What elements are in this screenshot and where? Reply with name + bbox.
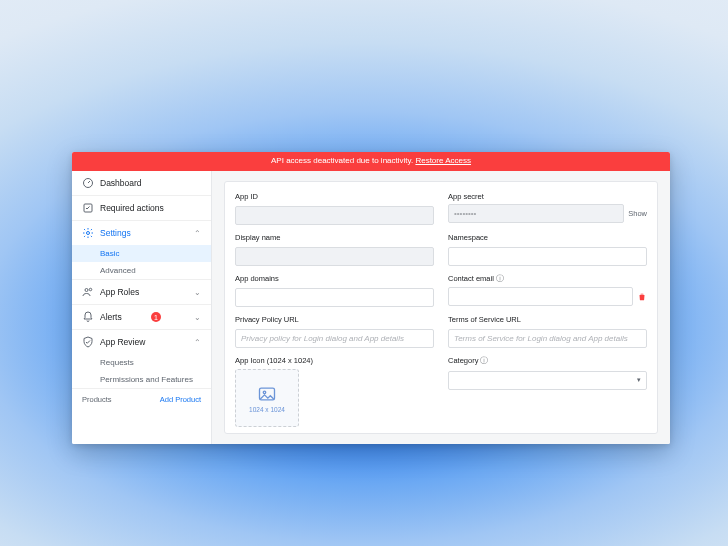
dashboard-icon xyxy=(82,177,94,189)
desktop-background: API access deactivated due to inactivity… xyxy=(0,0,728,546)
app-domains-input[interactable] xyxy=(235,288,434,307)
nav-required-actions[interactable]: Required actions xyxy=(72,196,211,220)
nav-app-review[interactable]: App Review ⌃ xyxy=(72,330,211,354)
display-name-input[interactable] xyxy=(235,247,434,266)
category-label: Categoryⓘ xyxy=(448,356,647,366)
alerts-badge: 1 xyxy=(151,312,161,322)
nav-app-roles[interactable]: App Roles ⌄ xyxy=(72,280,211,304)
app-id-input xyxy=(235,206,434,225)
field-category: Categoryⓘ ▾ xyxy=(448,356,647,427)
chevron-up-icon: ⌃ xyxy=(194,338,201,347)
app-window: API access deactivated due to inactivity… xyxy=(72,152,670,444)
products-row: Products Add Product xyxy=(72,389,211,410)
svg-point-6 xyxy=(263,391,266,394)
restore-access-link[interactable]: Restore Access xyxy=(415,156,471,165)
show-secret-button[interactable]: Show xyxy=(628,209,647,218)
field-display-name: Display name xyxy=(235,233,434,266)
nav-label: Required actions xyxy=(100,203,164,213)
chevron-up-icon: ⌃ xyxy=(194,229,201,238)
svg-point-3 xyxy=(85,289,88,292)
field-app-id: App ID xyxy=(235,192,434,225)
contact-email-input[interactable] xyxy=(448,287,633,306)
bell-icon xyxy=(82,311,94,323)
tos-url-label: Terms of Service URL xyxy=(448,315,647,324)
app-icon-label: App Icon (1024 x 1024) xyxy=(235,356,434,365)
privacy-url-label: Privacy Policy URL xyxy=(235,315,434,324)
nav-label: Alerts xyxy=(100,312,122,322)
info-icon: ⓘ xyxy=(480,356,488,365)
field-app-secret: App secret Show xyxy=(448,192,647,225)
nav-label: Dashboard xyxy=(100,178,142,188)
add-product-link[interactable]: Add Product xyxy=(160,395,201,404)
settings-card: App ID App secret Show Display name xyxy=(224,181,658,434)
shield-check-icon xyxy=(82,336,94,348)
checklist-icon xyxy=(82,202,94,214)
nav-settings-basic[interactable]: Basic xyxy=(72,245,211,262)
app-secret-input xyxy=(448,204,624,223)
gear-icon xyxy=(82,227,94,239)
field-app-domains: App domains xyxy=(235,274,434,307)
app-id-label: App ID xyxy=(235,192,434,201)
nav-app-review-requests[interactable]: Requests xyxy=(72,354,211,371)
field-tos-url: Terms of Service URL xyxy=(448,315,647,348)
nav-settings[interactable]: Settings ⌃ xyxy=(72,221,211,245)
field-contact-email: Contact emailⓘ xyxy=(448,274,647,307)
sidebar: Dashboard Required actions Settings ⌃ xyxy=(72,171,212,444)
tos-url-input[interactable] xyxy=(448,329,647,348)
field-privacy-url: Privacy Policy URL xyxy=(235,315,434,348)
nav-settings-advanced[interactable]: Advanced xyxy=(72,262,211,279)
alert-banner: API access deactivated due to inactivity… xyxy=(72,152,670,171)
nav-alerts[interactable]: Alerts 1 ⌄ xyxy=(72,305,211,329)
namespace-label: Namespace xyxy=(448,233,647,242)
chevron-down-icon: ⌄ xyxy=(194,288,201,297)
category-select[interactable] xyxy=(448,371,647,390)
svg-point-4 xyxy=(89,288,92,291)
nav-dashboard[interactable]: Dashboard xyxy=(72,171,211,195)
nav-app-review-permissions[interactable]: Permissions and Features xyxy=(72,371,211,388)
app-icon-upload[interactable]: 1024 x 1024 xyxy=(235,369,299,427)
app-icon-dim: 1024 x 1024 xyxy=(249,406,285,413)
products-label: Products xyxy=(82,395,112,404)
info-icon: ⓘ xyxy=(496,274,504,283)
alert-message: API access deactivated due to inactivity… xyxy=(271,156,413,165)
image-placeholder-icon xyxy=(257,384,277,404)
people-icon xyxy=(82,286,94,298)
svg-point-2 xyxy=(87,232,90,235)
app-secret-label: App secret xyxy=(448,192,647,201)
field-app-icon: App Icon (1024 x 1024) 1024 x 1024 xyxy=(235,356,434,427)
field-namespace: Namespace xyxy=(448,233,647,266)
chevron-down-icon: ⌄ xyxy=(194,313,201,322)
privacy-url-input[interactable] xyxy=(235,329,434,348)
contact-email-label: Contact emailⓘ xyxy=(448,274,647,284)
display-name-label: Display name xyxy=(235,233,434,242)
nav-label: App Review xyxy=(100,337,145,347)
namespace-input[interactable] xyxy=(448,247,647,266)
nav-label: App Roles xyxy=(100,287,139,297)
trash-icon[interactable] xyxy=(637,292,647,302)
main-content: App ID App secret Show Display name xyxy=(212,171,670,444)
app-domains-label: App domains xyxy=(235,274,434,283)
nav-label: Settings xyxy=(100,228,131,238)
